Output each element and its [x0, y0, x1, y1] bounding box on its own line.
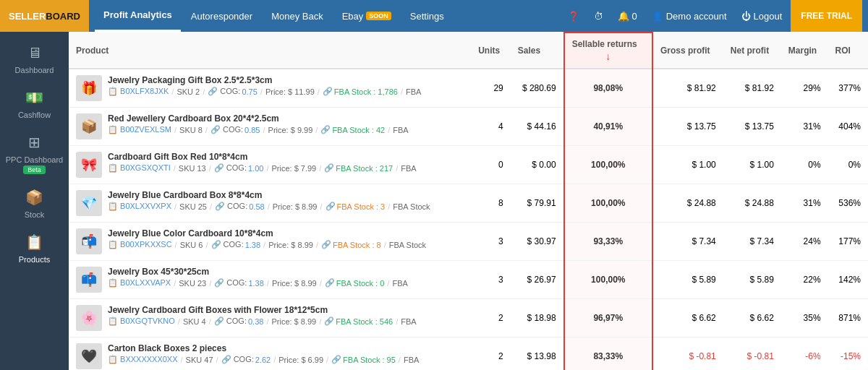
margin-cell: 35%: [781, 299, 828, 337]
fba-stock-link[interactable]: FBA Stock : 3: [337, 202, 386, 211]
product-details: Carton Black Boxes 2 pieces 📋 BXXXXXXX0X…: [108, 343, 419, 364]
net-profit-cell: $ 24.88: [723, 184, 781, 223]
user-account-button[interactable]: 👤 Demo account: [646, 0, 733, 32]
col-header-units: Units: [471, 33, 511, 69]
fba-stock-link[interactable]: FBA Stock : 1,786: [334, 87, 398, 96]
fba-link: 🔗: [331, 355, 341, 364]
help-button[interactable]: ❓: [562, 0, 585, 32]
product-name: Jewelry Box 45*30*25cm: [108, 267, 408, 277]
margin-cell: 31%: [781, 108, 828, 146]
nav-settings[interactable]: Settings: [401, 0, 453, 32]
product-meta: 📋 B0XLXXVXPX / SKU 25 / 🔗 COG: 0.58 / Pr…: [108, 202, 430, 211]
product-details: Jewelry Blue Color Cardboard 10*8*4cm 📋 …: [108, 228, 426, 249]
sidebar-label-cashflow: Cashflow: [18, 111, 51, 119]
sellable-returns-cell: 96,97%: [564, 299, 652, 337]
net-profit-cell: $ 1.00: [723, 146, 781, 184]
sales-cell: $ 0.00: [511, 146, 564, 184]
cog-link[interactable]: 1.38: [248, 279, 263, 288]
fba-type: FBA Stock: [393, 202, 430, 211]
free-trial-button[interactable]: FrEE TRIAL: [791, 0, 862, 32]
sku-label: SKU 2: [176, 87, 200, 96]
bell-icon: 🔔: [618, 11, 629, 22]
asin-link[interactable]: 📋 B0XGSXQXTI: [108, 163, 171, 173]
sidebar-item-dashboard[interactable]: 🖥 Dashboard: [0, 38, 69, 82]
units-cell: 3: [471, 261, 511, 299]
logout-button[interactable]: ⏻ Logout: [736, 0, 788, 32]
clock-button[interactable]: ⏱: [588, 0, 609, 32]
sidebar-item-stock[interactable]: 📦 Stock: [0, 181, 69, 226]
fba-stock-link[interactable]: FBA Stock : 0: [336, 279, 385, 288]
product-meta: 📋 B0XLFX8JXK / SKU 2 / 🔗 COG: 0.75 / Pri…: [108, 87, 421, 96]
margin-cell: 31%: [781, 184, 828, 223]
asin-link[interactable]: 📋 B00XPKXXSC: [108, 240, 172, 249]
cog-link[interactable]: 1.38: [245, 241, 260, 249]
asin-link[interactable]: 📋 BXXXXXXX0XX: [108, 355, 178, 364]
table-header-row: Product Units Sales Sellable returns ↓ G…: [69, 33, 868, 69]
cog-label: 🔗 COG:: [210, 125, 243, 134]
units-cell: 8: [471, 184, 511, 223]
fba-stock-link[interactable]: FBA Stock : 546: [336, 317, 393, 326]
cog-link[interactable]: 0.58: [249, 202, 264, 211]
cog-link[interactable]: 0.85: [244, 126, 260, 134]
product-name: Jewelry Cardboard Gift Boxes with Flower…: [108, 305, 417, 315]
nav-profit-analytics[interactable]: Profit Analytics: [95, 0, 181, 32]
net-profit-cell: $ 5.89: [723, 261, 781, 299]
products-icon: 📋: [25, 233, 43, 251]
fba-stock-link[interactable]: FBA Stock : 42: [332, 126, 385, 134]
cog-link[interactable]: 0.75: [242, 87, 257, 96]
sales-cell: $ 18.98: [511, 299, 564, 337]
roi-cell: 871%: [828, 299, 868, 337]
asin-link[interactable]: 📋 B00ZVEXLSM: [108, 125, 171, 134]
sidebar-item-products[interactable]: 📋 Products: [0, 226, 69, 271]
fba-type: FBA: [401, 317, 416, 326]
cog-link[interactable]: 2.62: [255, 356, 271, 364]
gross-profit-cell: $ 7.34: [652, 223, 723, 261]
sellable-returns-cell: 98,08%: [564, 69, 652, 108]
cog-link[interactable]: 1.00: [248, 164, 263, 173]
logo: SELLERBOARD: [0, 0, 89, 32]
fba-type: FBA: [404, 356, 419, 364]
margin-cell: -6%: [781, 337, 828, 371]
sales-cell: $ 30.97: [511, 223, 564, 261]
sku-label: SKU 13: [179, 164, 206, 173]
units-cell: 0: [471, 146, 511, 184]
product-meta: 📋 B00XPKXXSC / SKU 6 / 🔗 COG: 1.38 / Pri…: [108, 240, 426, 249]
margin-cell: 0%: [781, 146, 828, 184]
table-row: 🎁 Jewelry Packaging Gift Box 2.5*2.5*3cm…: [69, 69, 868, 108]
bell-button[interactable]: 🔔 0: [612, 0, 643, 32]
fba-stock-link[interactable]: FBA Stock : 217: [336, 164, 393, 173]
sidebar-item-ppc[interactable]: ⊞ PPC Dashboard Beta: [0, 126, 69, 181]
cog-link[interactable]: 0.38: [248, 317, 263, 326]
asin-link[interactable]: 📋 B0XLXXVAPX: [108, 278, 171, 288]
cog-label: 🔗 COG:: [214, 317, 247, 326]
nav-money-back[interactable]: Money Back: [263, 0, 332, 32]
sales-cell: $ 44.16: [511, 108, 564, 146]
gross-profit-cell: $ -0.81: [652, 337, 723, 371]
asin-link[interactable]: 📋 B0XLXXVXPX: [108, 202, 171, 211]
sidebar-label-dashboard: Dashboard: [15, 66, 54, 74]
product-details: Jewelry Packaging Gift Box 2.5*2.5*3cm 📋…: [108, 75, 421, 96]
product-info: 💎 Jewelry Blue Cardboard Box 8*8*4cm 📋 B…: [76, 190, 464, 216]
fba-stock-link[interactable]: FBA Stock : 8: [333, 241, 381, 249]
asin-link[interactable]: 📋 B0XGQTVKNO: [108, 317, 175, 326]
fba-link: 🔗: [323, 87, 333, 96]
sellable-returns-cell: 83,33%: [564, 337, 652, 371]
table-row: 💎 Jewelry Blue Cardboard Box 8*8*4cm 📋 B…: [69, 184, 868, 223]
asin-link[interactable]: 📋 B0XLFX8JXK: [108, 87, 169, 96]
product-image: 🎁: [76, 75, 102, 101]
nav-ebay[interactable]: Ebay SOON: [333, 0, 400, 32]
sales-cell: $ 13.98: [511, 337, 564, 371]
gross-profit-cell: $ 24.88: [652, 184, 723, 223]
fba-stock-link[interactable]: FBA Stock : 95: [343, 356, 396, 364]
product-image: 🖤: [76, 343, 102, 369]
sellable-returns-cell: 100,00%: [564, 261, 652, 299]
sku-label: SKU 6: [180, 241, 203, 249]
app-container: SELLERBOARD Profit Analytics Autorespond…: [0, 0, 868, 370]
nav-items: Profit Analytics Autoresponder Money Bac…: [89, 0, 562, 32]
margin-cell: 22%: [781, 261, 828, 299]
product-cell: 📫 Jewelry Box 45*30*25cm 📋 B0XLXXVAPX / …: [69, 261, 471, 299]
product-image: 🌸: [76, 305, 102, 331]
sidebar-item-cashflow[interactable]: 💵 Cashflow: [0, 82, 69, 126]
roi-cell: -15%: [828, 337, 868, 371]
nav-autoresponder[interactable]: Autoresponder: [182, 0, 261, 32]
